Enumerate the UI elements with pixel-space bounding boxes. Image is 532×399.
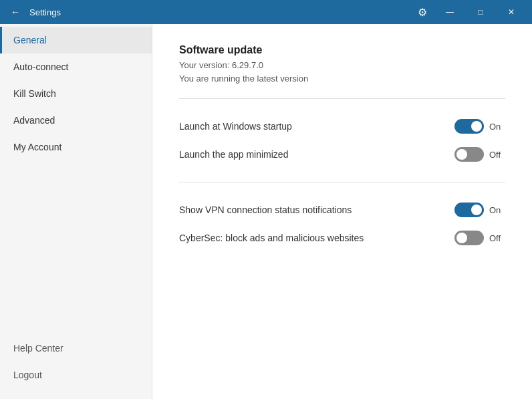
sidebar-item-label: General xyxy=(13,35,47,45)
setting-label-vpn-notifications: Show VPN connection status notifications xyxy=(179,205,352,215)
close-icon: ✕ xyxy=(508,7,515,17)
divider-2 xyxy=(179,182,505,182)
divider-1 xyxy=(179,98,505,99)
setting-row-vpn-notifications: Show VPN connection status notifications… xyxy=(179,196,505,224)
app-body: General Auto-connect Kill Switch Advance… xyxy=(0,24,532,399)
gear-icon: ⚙ xyxy=(418,6,427,19)
nav-items: General Auto-connect Kill Switch Advance… xyxy=(0,24,152,335)
toggle-group-launch-minimized: Off xyxy=(454,147,505,162)
maximize-icon: □ xyxy=(478,7,483,17)
toggle-label-launch-minimized: Off xyxy=(489,150,505,160)
toggle-launch-startup[interactable] xyxy=(454,119,484,134)
sidebar-item-logout[interactable]: Logout xyxy=(0,362,152,388)
software-update-section: Software update Your version: 6.29.7.0 Y… xyxy=(179,44,505,85)
setting-row-launch-startup: Launch at Windows startup On xyxy=(179,112,505,140)
sidebar-item-label: Kill Switch xyxy=(13,88,56,99)
setting-label-cybersec: CyberSec: block ads and malicious websit… xyxy=(179,233,364,243)
setting-label-launch-startup: Launch at Windows startup xyxy=(179,121,292,132)
nav-bottom: Help Center Logout xyxy=(0,335,152,399)
toggle-cybersec[interactable] xyxy=(454,231,484,245)
sidebar-item-help-center[interactable]: Help Center xyxy=(0,335,152,362)
sidebar-item-label: My Account xyxy=(13,142,61,152)
toggle-group-vpn-notifications: On xyxy=(454,203,505,217)
sidebar-item-label: Auto-connect xyxy=(13,61,69,72)
back-button[interactable]: ← xyxy=(5,2,25,22)
sidebar-item-my-account[interactable]: My Account xyxy=(0,134,152,160)
title-bar: ← Settings ⚙ — □ ✕ xyxy=(0,0,532,24)
setting-label-launch-minimized: Launch the app minimized xyxy=(179,149,288,160)
window-title: Settings xyxy=(25,7,410,17)
toggle-label-vpn-notifications: On xyxy=(489,205,505,215)
close-button[interactable]: ✕ xyxy=(496,0,527,24)
toggle-knob xyxy=(456,149,467,160)
sidebar-item-label: Help Center xyxy=(13,343,63,354)
toggle-knob xyxy=(471,121,482,132)
sidebar-item-label: Logout xyxy=(13,370,42,380)
toggle-knob xyxy=(456,233,467,243)
main-content: Software update Your version: 6.29.7.0 Y… xyxy=(152,24,532,399)
back-icon: ← xyxy=(11,7,20,17)
software-update-title: Software update xyxy=(179,44,505,56)
settings-gear-button[interactable]: ⚙ xyxy=(410,0,434,24)
sidebar-item-auto-connect[interactable]: Auto-connect xyxy=(0,53,152,80)
toggle-vpn-notifications[interactable] xyxy=(454,203,484,217)
toggle-knob xyxy=(471,205,482,215)
toggle-label-cybersec: Off xyxy=(489,233,505,243)
sidebar-item-general[interactable]: General xyxy=(0,27,152,53)
minimize-icon: — xyxy=(446,7,454,17)
software-status: You are running the latest version xyxy=(179,72,505,86)
sidebar-item-kill-switch[interactable]: Kill Switch xyxy=(0,80,152,107)
setting-row-cybersec: CyberSec: block ads and malicious websit… xyxy=(179,224,505,252)
toggle-label-launch-startup: On xyxy=(489,122,505,132)
toggle-launch-minimized[interactable] xyxy=(454,147,484,162)
sidebar: General Auto-connect Kill Switch Advance… xyxy=(0,24,152,399)
toggle-group-cybersec: Off xyxy=(454,231,505,245)
minimize-button[interactable]: — xyxy=(434,0,465,24)
sidebar-item-label: Advanced xyxy=(13,115,55,126)
software-version: Your version: 6.29.7.0 xyxy=(179,59,505,72)
toggle-group-launch-startup: On xyxy=(454,119,505,134)
maximize-button[interactable]: □ xyxy=(465,0,496,24)
window-controls: — □ ✕ xyxy=(434,0,527,24)
setting-row-launch-minimized: Launch the app minimized Off xyxy=(179,140,505,168)
sidebar-item-advanced[interactable]: Advanced xyxy=(0,107,152,134)
